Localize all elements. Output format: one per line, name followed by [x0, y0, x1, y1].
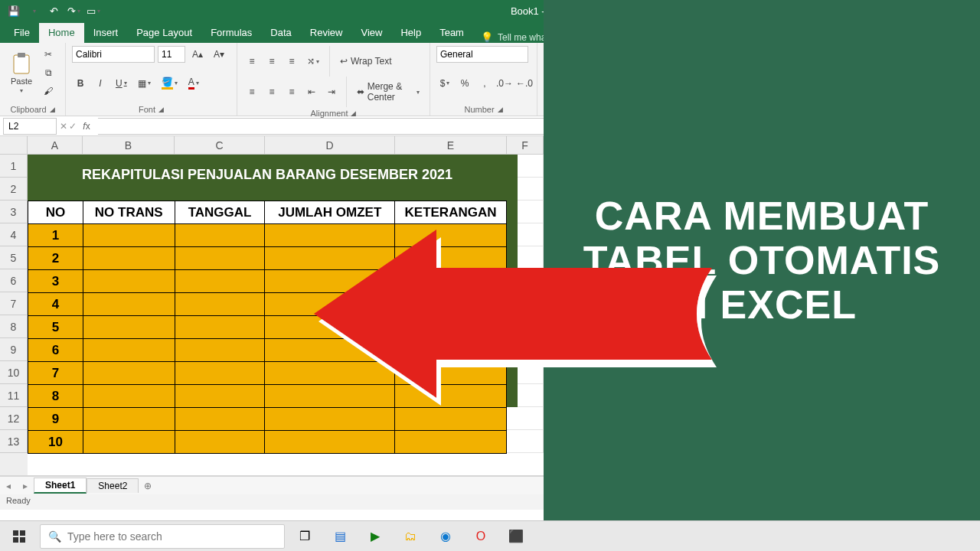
cell[interactable]: [83, 362, 175, 385]
cell[interactable]: [175, 316, 265, 339]
cell[interactable]: [83, 270, 175, 293]
cell[interactable]: [83, 316, 175, 339]
cell-no[interactable]: 5: [28, 316, 83, 339]
cell[interactable]: [395, 293, 507, 316]
align-bottom-button[interactable]: ≡: [283, 53, 300, 70]
format-painter-button[interactable]: 🖌: [40, 83, 57, 99]
redo-icon[interactable]: ↷: [64, 2, 83, 19]
row-header[interactable]: 13: [0, 430, 28, 453]
tab-formulas[interactable]: Formulas: [201, 23, 261, 43]
bold-button[interactable]: B: [72, 75, 89, 92]
alignment-dialog-launcher-icon[interactable]: ◢: [351, 109, 356, 117]
font-color-button[interactable]: A: [185, 75, 203, 92]
select-all-corner[interactable]: [0, 136, 28, 155]
number-dialog-launcher-icon[interactable]: ◢: [498, 106, 503, 113]
cell[interactable]: [175, 385, 265, 408]
cell-no[interactable]: 7: [28, 362, 83, 385]
cell[interactable]: [265, 385, 395, 408]
cell[interactable]: [265, 362, 395, 385]
cell[interactable]: [265, 431, 395, 454]
cell[interactable]: [175, 293, 265, 316]
decrease-indent-button[interactable]: ⇤: [303, 83, 320, 100]
taskbar-app-icon[interactable]: ▤: [325, 521, 355, 552]
align-middle-button[interactable]: ≡: [263, 53, 280, 70]
column-header[interactable]: C: [175, 136, 265, 155]
cell[interactable]: [395, 339, 507, 362]
tab-page-layout[interactable]: Page Layout: [127, 23, 201, 43]
font-name-combo[interactable]: [72, 46, 155, 63]
cell-no[interactable]: 4: [28, 293, 83, 316]
taskbar-search[interactable]: 🔍 Type here to search: [40, 524, 285, 549]
decrease-decimal-button[interactable]: ←.0: [516, 75, 533, 92]
row-header[interactable]: 9: [0, 338, 28, 361]
tab-help[interactable]: Help: [391, 23, 430, 43]
cell-no[interactable]: 1: [28, 224, 83, 247]
qat-dropdown[interactable]: [24, 2, 43, 19]
start-button[interactable]: [3, 521, 35, 552]
cell[interactable]: [175, 362, 265, 385]
percent-button[interactable]: %: [456, 75, 473, 92]
cancel-formula-icon[interactable]: ✕: [60, 121, 67, 132]
cell[interactable]: [83, 431, 175, 454]
fx-icon[interactable]: fx: [78, 121, 95, 132]
align-top-button[interactable]: ≡: [243, 53, 260, 70]
tab-insert[interactable]: Insert: [84, 23, 128, 43]
cell[interactable]: [395, 408, 507, 431]
cell[interactable]: [265, 270, 395, 293]
fill-color-button[interactable]: 🪣: [158, 75, 181, 92]
cut-button[interactable]: ✂: [40, 46, 57, 63]
cell[interactable]: [175, 339, 265, 362]
taskbar-app-icon[interactable]: ⬛: [501, 521, 531, 552]
copy-button[interactable]: ⧉: [40, 64, 57, 81]
sheet-tab[interactable]: Sheet2: [87, 478, 139, 493]
border-button[interactable]: ▦: [134, 75, 155, 92]
row-header[interactable]: 7: [0, 292, 28, 315]
font-dialog-launcher-icon[interactable]: ◢: [158, 106, 164, 113]
merge-center-button[interactable]: ⬌ Merge & Center: [353, 83, 423, 100]
taskbar-app-icon[interactable]: ▶: [360, 521, 390, 552]
cell[interactable]: [395, 431, 507, 454]
cell[interactable]: [175, 247, 265, 270]
cell[interactable]: [395, 224, 507, 247]
cell[interactable]: [83, 408, 175, 431]
orientation-button[interactable]: ⤭: [303, 53, 323, 70]
cell[interactable]: [175, 270, 265, 293]
add-sheet-button[interactable]: ⊕: [139, 481, 157, 491]
cell-no[interactable]: 10: [28, 431, 83, 454]
cell[interactable]: [265, 339, 395, 362]
cell[interactable]: [175, 224, 265, 247]
cell-no[interactable]: 9: [28, 408, 83, 431]
row-header[interactable]: 2: [0, 178, 28, 201]
cell[interactable]: [265, 408, 395, 431]
row-header[interactable]: 10: [0, 361, 28, 384]
cell[interactable]: [395, 247, 507, 270]
tab-data[interactable]: Data: [261, 23, 300, 43]
underline-button[interactable]: U: [112, 75, 131, 92]
sheet-tab-active[interactable]: Sheet1: [34, 478, 87, 494]
tab-home[interactable]: Home: [39, 23, 84, 43]
row-header[interactable]: 6: [0, 269, 28, 292]
cell[interactable]: [265, 316, 395, 339]
increase-font-button[interactable]: A▴: [188, 46, 207, 63]
clipboard-dialog-launcher-icon[interactable]: ◢: [50, 106, 55, 113]
cell[interactable]: [175, 431, 265, 454]
cell[interactable]: [265, 224, 395, 247]
increase-decimal-button[interactable]: .0→: [496, 75, 513, 92]
column-header[interactable]: F: [507, 136, 544, 155]
decrease-font-button[interactable]: A▾: [210, 46, 228, 63]
cell[interactable]: [175, 408, 265, 431]
wrap-text-button[interactable]: ↩ Wrap Text: [336, 53, 396, 70]
cell[interactable]: [83, 293, 175, 316]
align-right-button[interactable]: ≡: [283, 83, 300, 100]
column-header[interactable]: E: [395, 136, 507, 155]
comma-button[interactable]: ,: [476, 75, 493, 92]
number-format-combo[interactable]: [436, 46, 528, 63]
align-left-button[interactable]: ≡: [243, 83, 260, 100]
name-box[interactable]: L2: [3, 118, 57, 135]
row-header[interactable]: 4: [0, 223, 28, 246]
tab-team[interactable]: Team: [430, 23, 473, 43]
paste-button[interactable]: Paste ▾: [6, 52, 37, 94]
row-header[interactable]: 8: [0, 315, 28, 338]
row-header[interactable]: 11: [0, 384, 28, 407]
cell[interactable]: [395, 270, 507, 293]
